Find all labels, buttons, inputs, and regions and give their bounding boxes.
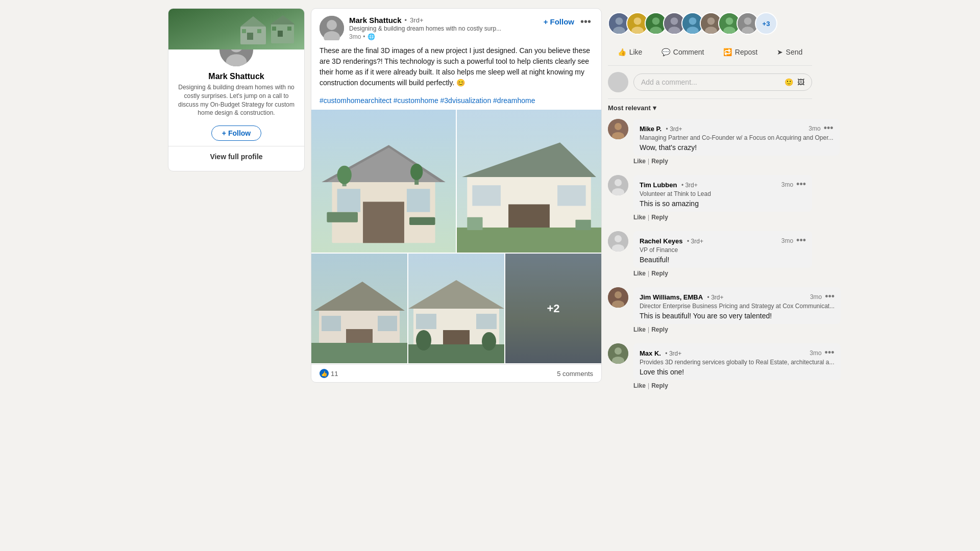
cover-photo bbox=[168, 9, 304, 49]
right-panel: +3 👍 Like 💬 Comment 🔁 Repost ➤ Send Add … bbox=[608, 8, 812, 394]
svg-point-77 bbox=[705, 27, 717, 35]
repost-icon: 🔁 bbox=[723, 48, 732, 56]
comment-4-author: Jim Williams, EMBA bbox=[640, 293, 703, 301]
comment-5-like-button[interactable]: Like bbox=[633, 381, 646, 390]
svg-rect-24 bbox=[409, 217, 435, 225]
svg-rect-37 bbox=[575, 220, 591, 230]
emoji-button[interactable]: 🙂 bbox=[785, 78, 793, 86]
comment-4-bubble: Jim Williams, EMBA • 3rd+ 3mo ••• Direct… bbox=[633, 287, 841, 324]
svg-rect-33 bbox=[472, 185, 501, 206]
most-relevant-filter[interactable]: Most relevant ▾ bbox=[608, 99, 812, 115]
svg-point-94 bbox=[615, 291, 622, 298]
svg-rect-21 bbox=[337, 189, 360, 212]
svg-rect-42 bbox=[322, 316, 341, 331]
svg-point-76 bbox=[707, 17, 715, 25]
comment-2-like-button[interactable]: Like bbox=[633, 213, 646, 222]
comment-1-like-button[interactable]: Like bbox=[633, 157, 646, 166]
most-relevant-label: Most relevant bbox=[608, 104, 651, 112]
comment-1-more-button[interactable]: ••• bbox=[824, 123, 834, 134]
svg-point-80 bbox=[723, 27, 736, 35]
comment-4-like-button[interactable]: Like bbox=[633, 325, 646, 334]
post-hashtags[interactable]: #customhomearchitect #customhome #3dvisu… bbox=[311, 93, 601, 110]
svg-point-74 bbox=[687, 27, 699, 35]
more-images-overlay[interactable]: +2 bbox=[505, 254, 601, 363]
comment-button[interactable]: 💬 Comment bbox=[656, 45, 709, 59]
profile-name: Mark Shattuck bbox=[168, 72, 304, 83]
comment-4-reply-button[interactable]: Reply bbox=[651, 326, 668, 333]
svg-rect-4 bbox=[257, 29, 261, 33]
post-image-4[interactable] bbox=[408, 254, 504, 363]
comment-3-avatar bbox=[608, 231, 628, 252]
post-footer: 👍 11 5 comments bbox=[311, 364, 601, 382]
comment-2-degree: • 3rd+ bbox=[681, 182, 698, 189]
post-body: These are the final 3D images of a new p… bbox=[311, 45, 601, 93]
profile-sidebar: Mark Shattuck Designing & building dream… bbox=[168, 8, 305, 171]
post-card: Mark Shattuck • 3rd+ Designing & buildin… bbox=[311, 8, 602, 383]
comment-3-text: Beautiful! bbox=[640, 256, 806, 264]
post-follow-button[interactable]: + Follow bbox=[544, 17, 574, 26]
svg-rect-34 bbox=[557, 185, 586, 206]
comment-2-reply-button[interactable]: Reply bbox=[651, 214, 668, 221]
sidebar-follow-button[interactable]: + Follow bbox=[211, 126, 262, 141]
comment-1-author: Mike P. bbox=[640, 125, 662, 133]
comment-3-more-button[interactable]: ••• bbox=[796, 235, 806, 246]
post-author-row: Mark Shattuck • 3rd+ bbox=[349, 16, 538, 24]
post-image-1[interactable] bbox=[311, 110, 456, 253]
comment-1-bubble: Mike P. • 3rd+ 3mo ••• Managing Partner … bbox=[633, 119, 840, 156]
svg-point-27 bbox=[337, 166, 352, 184]
comment-label: Comment bbox=[673, 48, 704, 56]
post-degree-badge: 3rd+ bbox=[410, 16, 423, 24]
post-header: Mark Shattuck • 3rd+ Designing & buildin… bbox=[311, 9, 601, 45]
comment-5-role: Provides 3D rendering services globally … bbox=[640, 359, 835, 366]
repost-button[interactable]: 🔁 Repost bbox=[718, 45, 763, 59]
svg-point-71 bbox=[668, 27, 680, 35]
comment-5-more-button[interactable]: ••• bbox=[825, 347, 835, 358]
comment-2-role: Volunteer at Think to Lead bbox=[640, 190, 806, 197]
post-time-row: 3mo • bbox=[349, 33, 538, 40]
svg-point-70 bbox=[671, 17, 678, 25]
svg-rect-23 bbox=[327, 212, 358, 222]
post-author-avatar bbox=[320, 16, 344, 40]
svg-marker-1 bbox=[240, 16, 266, 27]
view-full-profile-link[interactable]: View full profile bbox=[168, 146, 304, 171]
image-button[interactable]: 🖼 bbox=[797, 78, 804, 86]
follow-label: Follow bbox=[550, 17, 574, 26]
plus-icon: + bbox=[222, 129, 226, 137]
svg-point-68 bbox=[650, 27, 662, 35]
comment-5-reply-button[interactable]: Reply bbox=[651, 382, 668, 389]
like-label: Like bbox=[629, 48, 643, 56]
comment-4-time: 3mo bbox=[810, 293, 822, 300]
sidebar-follow-label: Follow bbox=[228, 129, 251, 137]
comment-3-like-button[interactable]: Like bbox=[633, 269, 646, 278]
svg-point-28 bbox=[410, 164, 423, 180]
svg-rect-35 bbox=[457, 228, 601, 253]
svg-rect-43 bbox=[378, 316, 397, 331]
comment-3-reply-button[interactable]: Reply bbox=[651, 270, 668, 277]
comment-5-text: Love this one! bbox=[640, 368, 835, 376]
post-image-2[interactable] bbox=[457, 110, 601, 253]
comments-count: 5 comments bbox=[557, 370, 593, 378]
comment-5-meta: Like | Reply bbox=[633, 381, 812, 390]
comment-4-text: This is beautiful! You are so very talen… bbox=[640, 312, 835, 320]
comment-4-header: Jim Williams, EMBA • 3rd+ 3mo ••• Direct… bbox=[608, 287, 812, 324]
post-image-3[interactable] bbox=[311, 254, 407, 363]
like-button[interactable]: 👍 Like bbox=[612, 45, 648, 59]
post-image-5[interactable]: +2 bbox=[505, 254, 601, 363]
visibility-icon bbox=[368, 33, 375, 40]
comment-1-reply-button[interactable]: Reply bbox=[651, 158, 668, 165]
svg-rect-9 bbox=[287, 27, 291, 31]
reactions-number: 11 bbox=[331, 370, 338, 378]
post-more-button[interactable]: ••• bbox=[578, 16, 593, 28]
comment-2-more-button[interactable]: ••• bbox=[796, 179, 806, 190]
comment-2-header: Tim Lubben • 3rd+ 3mo ••• Volunteer at T… bbox=[608, 175, 812, 212]
svg-point-97 bbox=[615, 347, 622, 355]
plus-icon: + bbox=[544, 17, 548, 26]
comment-5-header: Max K. • 3rd+ 3mo ••• Provides 3D render… bbox=[608, 343, 812, 380]
send-button[interactable]: ➤ Send bbox=[772, 45, 808, 59]
comment-4-more-button[interactable]: ••• bbox=[825, 291, 835, 302]
comment-1-degree: • 3rd+ bbox=[666, 126, 682, 133]
comment-3-header: Rachel Keyes • 3rd+ 3mo ••• VP of Financ… bbox=[608, 231, 812, 268]
comment-1-meta: Like | Reply bbox=[633, 157, 812, 166]
comment-input-box[interactable]: Add a comment... 🙂 🖼 bbox=[633, 73, 812, 91]
more-images-count: +2 bbox=[547, 302, 559, 315]
